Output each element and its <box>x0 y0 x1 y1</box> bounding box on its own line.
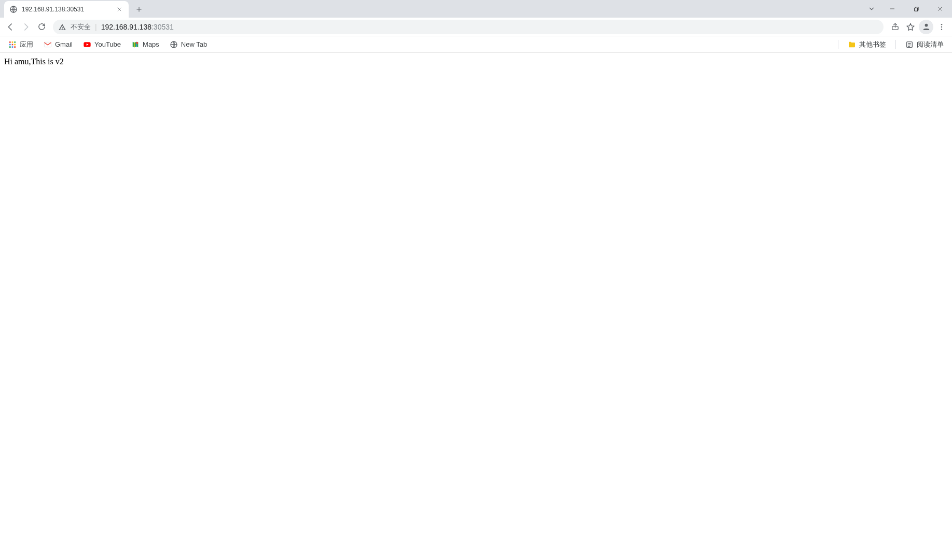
other-bookmarks-label: 其他书签 <box>859 40 886 49</box>
back-button[interactable] <box>3 20 18 34</box>
tab-strip: 192.168.91.138:30531 <box>0 0 952 18</box>
minimize-button[interactable] <box>880 0 904 18</box>
separator: | <box>95 23 97 31</box>
separator <box>895 40 896 49</box>
gmail-icon <box>44 40 52 49</box>
bookmark-gmail[interactable]: Gmail <box>39 38 77 51</box>
window-close-button[interactable] <box>928 0 952 18</box>
menu-button[interactable] <box>934 20 949 34</box>
tab-close-button[interactable] <box>115 5 123 13</box>
page-content: Hi amu,This is v2 <box>0 53 952 71</box>
svg-rect-17 <box>14 46 16 48</box>
new-tab-button[interactable] <box>132 2 146 17</box>
bookmark-maps[interactable]: Maps <box>127 38 163 51</box>
svg-rect-9 <box>9 41 11 43</box>
bookmark-label: Maps <box>143 40 159 48</box>
folder-icon <box>848 40 856 49</box>
svg-rect-15 <box>9 46 11 48</box>
toolbar-right <box>888 20 949 34</box>
maps-icon <box>131 40 140 49</box>
svg-point-5 <box>925 24 928 27</box>
reading-list-label: 阅读清单 <box>917 40 944 49</box>
svg-rect-14 <box>14 44 16 45</box>
svg-rect-13 <box>12 44 13 45</box>
bookmark-newtab[interactable]: New Tab <box>165 38 211 51</box>
youtube-icon <box>83 40 91 49</box>
browser-tab[interactable]: 192.168.91.138:30531 <box>4 1 129 18</box>
share-button[interactable] <box>888 20 902 34</box>
maximize-button[interactable] <box>904 0 928 18</box>
svg-rect-10 <box>12 41 13 43</box>
svg-point-8 <box>941 29 942 30</box>
profile-button[interactable] <box>919 20 933 34</box>
svg-point-6 <box>941 24 942 25</box>
reload-button[interactable] <box>34 20 49 34</box>
not-secure-label: 不安全 <box>71 22 91 32</box>
forward-button[interactable] <box>19 20 33 34</box>
window-controls <box>880 0 952 18</box>
bookmark-label: New Tab <box>181 40 207 48</box>
not-secure-icon <box>58 23 66 31</box>
apps-label: 应用 <box>20 40 33 49</box>
svg-point-20 <box>136 41 138 44</box>
globe-icon <box>170 40 178 49</box>
other-bookmarks-button[interactable]: 其他书签 <box>844 38 890 51</box>
svg-point-7 <box>941 26 942 27</box>
bookmark-star-button[interactable] <box>903 20 918 34</box>
separator <box>838 40 838 49</box>
svg-rect-2 <box>914 8 917 11</box>
bookmark-label: YouTube <box>94 40 121 48</box>
bookmarks-bar: 应用 Gmail YouTube Maps <box>0 36 952 53</box>
svg-rect-12 <box>9 44 11 45</box>
reading-list-icon <box>905 40 914 49</box>
bookmarks-right: 其他书签 阅读清单 <box>835 38 948 51</box>
apps-grid-icon <box>8 40 17 49</box>
url-host: 192.168.91.138 <box>101 23 151 31</box>
bookmark-youtube[interactable]: YouTube <box>79 38 125 51</box>
svg-rect-16 <box>12 46 13 48</box>
address-bar[interactable]: 不安全 | 192.168.91.138:30531 <box>53 20 884 34</box>
url-port: :30531 <box>151 23 174 31</box>
tabstrip-right <box>863 0 952 18</box>
tab-search-button[interactable] <box>863 2 880 16</box>
url-text: 192.168.91.138:30531 <box>101 23 174 31</box>
apps-button[interactable]: 应用 <box>4 38 37 51</box>
toolbar: 不安全 | 192.168.91.138:30531 <box>0 18 952 36</box>
svg-rect-11 <box>14 41 16 43</box>
bookmark-label: Gmail <box>55 40 73 48</box>
tab-title: 192.168.91.138:30531 <box>22 6 111 13</box>
page-body-text: Hi amu,This is v2 <box>4 57 64 66</box>
globe-icon <box>9 5 18 13</box>
reading-list-button[interactable]: 阅读清单 <box>901 38 948 51</box>
